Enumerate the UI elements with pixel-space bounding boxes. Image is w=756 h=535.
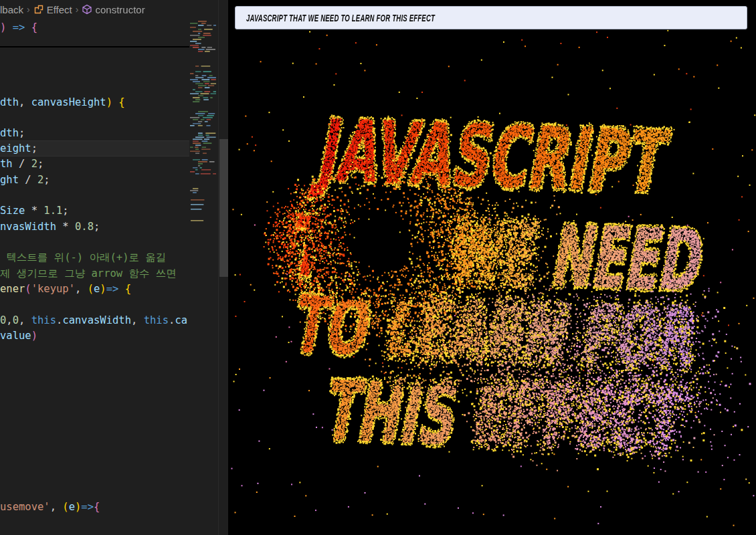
code-line: 제 생기므로 그냥 arrow 함수 쓰면 bbox=[0, 266, 177, 282]
code-line: ght / 2; bbox=[0, 173, 50, 188]
code-line: ) => { bbox=[0, 20, 37, 35]
code-line: dth; bbox=[0, 126, 25, 141]
code-line: value) bbox=[0, 328, 37, 344]
code-line: nvasWidth * 0.8; bbox=[0, 219, 100, 235]
breadcrumb-separator: › bbox=[27, 4, 30, 15]
code-line: 0,0, this.canvasWidth, this.ca bbox=[0, 313, 187, 328]
code-area[interactable]: ) => {dth, canvasHeight) {dth;eight;th /… bbox=[0, 0, 189, 535]
editor-scrollbar[interactable] bbox=[218, 0, 229, 535]
browser-preview-pane: JAVASCRIPT THAT WE NEED TO LEARN FOR THI… bbox=[231, 0, 756, 535]
breadcrumb-separator: › bbox=[76, 4, 79, 15]
breadcrumb-item-callback[interactable]: lback bbox=[0, 4, 23, 15]
code-line: usemove', (e)=>{ bbox=[0, 500, 100, 515]
scrollbar-thumb[interactable] bbox=[219, 139, 228, 277]
vscode-editor-pane: lback › Effect › constructor ) => {dth, … bbox=[0, 0, 231, 535]
effect-text-input-value: JAVASCRIPT THAT WE NEED TO LEARN FOR THI… bbox=[246, 13, 435, 23]
particle-effect-canvas[interactable] bbox=[231, 0, 756, 535]
breadcrumb-item-constructor[interactable]: constructor bbox=[95, 4, 145, 15]
code-line: ener('keyup', (e)=> { bbox=[0, 282, 131, 297]
symbol-class-icon bbox=[33, 4, 44, 15]
breadcrumb-item-effect[interactable]: Effect bbox=[47, 4, 72, 15]
effect-text-input[interactable]: JAVASCRIPT THAT WE NEED TO LEARN FOR THI… bbox=[235, 6, 747, 29]
app-root: lback › Effect › constructor ) => {dth, … bbox=[0, 0, 756, 535]
code-line: eight; bbox=[0, 141, 37, 156]
code-line: th / 2; bbox=[0, 156, 43, 172]
minimap[interactable] bbox=[189, 19, 216, 306]
code-line: Size * 1.1; bbox=[0, 203, 69, 219]
symbol-constructor-icon bbox=[82, 4, 92, 15]
code-line: 텍스트를 위(-) 아래(+)로 옮길 bbox=[0, 250, 166, 265]
breadcrumb: lback › Effect › constructor bbox=[0, 0, 189, 19]
sticky-scroll-separator bbox=[0, 46, 189, 47]
code-line: dth, canvasHeight) { bbox=[0, 95, 125, 110]
